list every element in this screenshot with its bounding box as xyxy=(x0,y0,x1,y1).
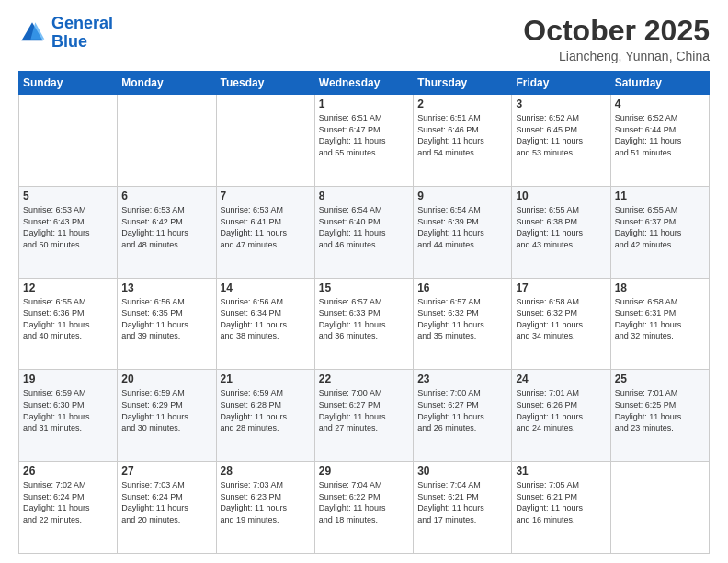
day-info: Sunrise: 6:52 AM Sunset: 6:45 PM Dayligh… xyxy=(516,112,606,158)
calendar-table: Sunday Monday Tuesday Wednesday Thursday… xyxy=(18,71,710,554)
calendar-cell: 30Sunrise: 7:04 AM Sunset: 6:21 PM Dayli… xyxy=(414,462,512,554)
day-info: Sunrise: 6:53 AM Sunset: 6:43 PM Dayligh… xyxy=(23,204,113,250)
day-number: 30 xyxy=(417,465,507,477)
logo-blue: Blue xyxy=(51,32,87,51)
day-number: 28 xyxy=(221,465,311,477)
day-info: Sunrise: 7:01 AM Sunset: 6:25 PM Dayligh… xyxy=(615,387,705,433)
calendar-cell: 10Sunrise: 6:55 AM Sunset: 6:38 PM Dayli… xyxy=(512,186,610,278)
col-monday: Monday xyxy=(118,72,216,95)
col-friday: Friday xyxy=(512,72,610,95)
day-number: 9 xyxy=(417,190,507,202)
calendar-cell: 1Sunrise: 6:51 AM Sunset: 6:47 PM Daylig… xyxy=(314,95,413,187)
calendar-cell: 15Sunrise: 6:57 AM Sunset: 6:33 PM Dayli… xyxy=(314,278,413,370)
day-info: Sunrise: 6:56 AM Sunset: 6:34 PM Dayligh… xyxy=(221,296,311,342)
logo-general: General xyxy=(51,14,113,32)
calendar-week-4: 19Sunrise: 6:59 AM Sunset: 6:30 PM Dayli… xyxy=(19,370,710,462)
calendar-cell: 4Sunrise: 6:52 AM Sunset: 6:44 PM Daylig… xyxy=(610,95,709,187)
calendar-cell: 13Sunrise: 6:56 AM Sunset: 6:35 PM Dayli… xyxy=(118,278,216,370)
calendar-week-5: 26Sunrise: 7:02 AM Sunset: 6:24 PM Dayli… xyxy=(19,462,710,554)
calendar-cell xyxy=(216,95,314,187)
calendar-cell: 7Sunrise: 6:53 AM Sunset: 6:41 PM Daylig… xyxy=(216,186,314,278)
calendar-cell: 3Sunrise: 6:52 AM Sunset: 6:45 PM Daylig… xyxy=(512,95,610,187)
day-info: Sunrise: 6:59 AM Sunset: 6:28 PM Dayligh… xyxy=(221,387,311,433)
day-info: Sunrise: 6:59 AM Sunset: 6:29 PM Dayligh… xyxy=(121,387,211,433)
calendar-cell: 17Sunrise: 6:58 AM Sunset: 6:32 PM Dayli… xyxy=(512,278,610,370)
day-number: 31 xyxy=(516,465,606,477)
day-info: Sunrise: 7:04 AM Sunset: 6:21 PM Dayligh… xyxy=(417,479,507,525)
day-number: 14 xyxy=(221,282,311,294)
calendar-cell: 6Sunrise: 6:53 AM Sunset: 6:42 PM Daylig… xyxy=(118,186,216,278)
calendar-cell: 16Sunrise: 6:57 AM Sunset: 6:32 PM Dayli… xyxy=(414,278,512,370)
calendar-cell: 14Sunrise: 6:56 AM Sunset: 6:34 PM Dayli… xyxy=(216,278,314,370)
day-info: Sunrise: 6:55 AM Sunset: 6:36 PM Dayligh… xyxy=(23,296,113,342)
day-info: Sunrise: 6:52 AM Sunset: 6:44 PM Dayligh… xyxy=(615,112,705,158)
col-thursday: Thursday xyxy=(414,72,512,95)
day-info: Sunrise: 7:04 AM Sunset: 6:22 PM Dayligh… xyxy=(319,479,409,525)
calendar-cell: 20Sunrise: 6:59 AM Sunset: 6:29 PM Dayli… xyxy=(118,370,216,462)
day-info: Sunrise: 7:03 AM Sunset: 6:23 PM Dayligh… xyxy=(221,479,311,525)
day-number: 8 xyxy=(319,190,409,202)
day-number: 23 xyxy=(417,373,507,385)
day-info: Sunrise: 6:57 AM Sunset: 6:32 PM Dayligh… xyxy=(417,296,507,342)
calendar-cell: 21Sunrise: 6:59 AM Sunset: 6:28 PM Dayli… xyxy=(216,370,314,462)
calendar-week-1: 1Sunrise: 6:51 AM Sunset: 6:47 PM Daylig… xyxy=(19,95,710,187)
logo-icon xyxy=(18,19,46,47)
header: General Blue October 2025 Liancheng, Yun… xyxy=(18,15,710,63)
calendar-week-2: 5Sunrise: 6:53 AM Sunset: 6:43 PM Daylig… xyxy=(19,186,710,278)
day-info: Sunrise: 6:53 AM Sunset: 6:41 PM Dayligh… xyxy=(221,204,311,250)
calendar-cell: 8Sunrise: 6:54 AM Sunset: 6:40 PM Daylig… xyxy=(314,186,413,278)
calendar-cell: 28Sunrise: 7:03 AM Sunset: 6:23 PM Dayli… xyxy=(216,462,314,554)
day-info: Sunrise: 7:00 AM Sunset: 6:27 PM Dayligh… xyxy=(319,387,409,433)
day-info: Sunrise: 7:03 AM Sunset: 6:24 PM Dayligh… xyxy=(121,479,211,525)
day-info: Sunrise: 6:54 AM Sunset: 6:39 PM Dayligh… xyxy=(417,204,507,250)
day-info: Sunrise: 7:00 AM Sunset: 6:27 PM Dayligh… xyxy=(417,387,507,433)
day-number: 17 xyxy=(516,282,606,294)
day-info: Sunrise: 6:51 AM Sunset: 6:47 PM Dayligh… xyxy=(319,112,409,158)
col-saturday: Saturday xyxy=(610,72,709,95)
day-number: 24 xyxy=(516,373,606,385)
day-info: Sunrise: 6:51 AM Sunset: 6:46 PM Dayligh… xyxy=(417,112,507,158)
day-info: Sunrise: 6:53 AM Sunset: 6:42 PM Dayligh… xyxy=(121,204,211,250)
location: Liancheng, Yunnan, China xyxy=(523,49,710,63)
day-info: Sunrise: 6:54 AM Sunset: 6:40 PM Dayligh… xyxy=(319,204,409,250)
calendar-cell: 11Sunrise: 6:55 AM Sunset: 6:37 PM Dayli… xyxy=(610,186,709,278)
calendar-cell: 31Sunrise: 7:05 AM Sunset: 6:21 PM Dayli… xyxy=(512,462,610,554)
calendar-cell: 29Sunrise: 7:04 AM Sunset: 6:22 PM Dayli… xyxy=(314,462,413,554)
calendar-cell: 26Sunrise: 7:02 AM Sunset: 6:24 PM Dayli… xyxy=(19,462,118,554)
day-number: 25 xyxy=(615,373,705,385)
day-info: Sunrise: 7:02 AM Sunset: 6:24 PM Dayligh… xyxy=(23,479,113,525)
calendar-cell xyxy=(610,462,709,554)
calendar-cell: 22Sunrise: 7:00 AM Sunset: 6:27 PM Dayli… xyxy=(314,370,413,462)
calendar-cell: 2Sunrise: 6:51 AM Sunset: 6:46 PM Daylig… xyxy=(414,95,512,187)
day-number: 6 xyxy=(121,190,211,202)
day-number: 29 xyxy=(319,465,409,477)
calendar-cell xyxy=(118,95,216,187)
day-number: 4 xyxy=(615,98,705,110)
calendar-cell: 5Sunrise: 6:53 AM Sunset: 6:43 PM Daylig… xyxy=(19,186,118,278)
day-info: Sunrise: 7:01 AM Sunset: 6:26 PM Dayligh… xyxy=(516,387,606,433)
calendar-cell: 12Sunrise: 6:55 AM Sunset: 6:36 PM Dayli… xyxy=(19,278,118,370)
day-info: Sunrise: 6:55 AM Sunset: 6:38 PM Dayligh… xyxy=(516,204,606,250)
day-number: 26 xyxy=(23,465,113,477)
day-info: Sunrise: 6:58 AM Sunset: 6:31 PM Dayligh… xyxy=(615,296,705,342)
day-number: 11 xyxy=(615,190,705,202)
page: General Blue October 2025 Liancheng, Yun… xyxy=(0,0,728,563)
logo: General Blue xyxy=(18,15,113,52)
calendar-cell: 24Sunrise: 7:01 AM Sunset: 6:26 PM Dayli… xyxy=(512,370,610,462)
day-number: 18 xyxy=(615,282,705,294)
day-number: 13 xyxy=(121,282,211,294)
day-info: Sunrise: 6:59 AM Sunset: 6:30 PM Dayligh… xyxy=(23,387,113,433)
day-info: Sunrise: 6:56 AM Sunset: 6:35 PM Dayligh… xyxy=(121,296,211,342)
day-number: 1 xyxy=(319,98,409,110)
logo-text: General Blue xyxy=(51,15,113,52)
day-number: 15 xyxy=(319,282,409,294)
day-number: 16 xyxy=(417,282,507,294)
day-info: Sunrise: 6:58 AM Sunset: 6:32 PM Dayligh… xyxy=(516,296,606,342)
day-info: Sunrise: 6:57 AM Sunset: 6:33 PM Dayligh… xyxy=(319,296,409,342)
calendar-cell: 25Sunrise: 7:01 AM Sunset: 6:25 PM Dayli… xyxy=(610,370,709,462)
day-number: 5 xyxy=(23,190,113,202)
day-number: 22 xyxy=(319,373,409,385)
calendar-cell: 9Sunrise: 6:54 AM Sunset: 6:39 PM Daylig… xyxy=(414,186,512,278)
calendar-cell: 23Sunrise: 7:00 AM Sunset: 6:27 PM Dayli… xyxy=(414,370,512,462)
month-title: October 2025 xyxy=(523,15,710,47)
